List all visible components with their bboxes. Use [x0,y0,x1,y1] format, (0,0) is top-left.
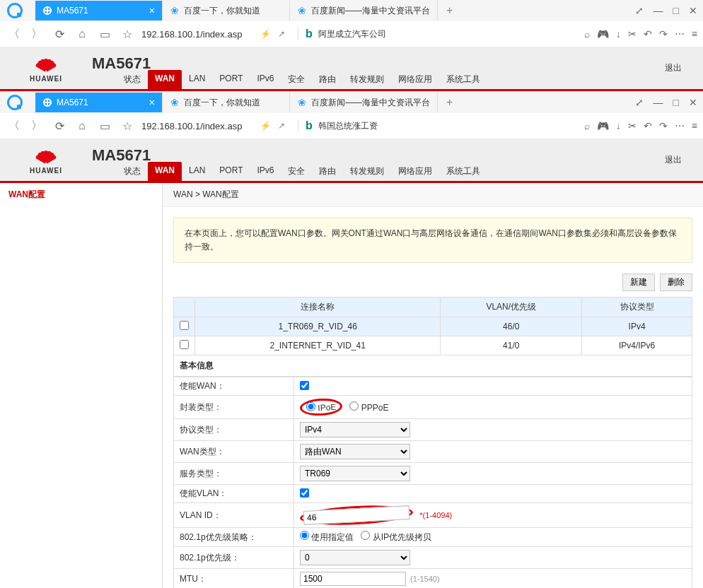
pin-icon[interactable]: ⤢ [635,5,644,16]
forward-button[interactable]: 〉 [28,117,45,134]
minimize-icon[interactable]: — [653,5,663,16]
logout-link[interactable]: 退出 [665,62,682,74]
tab[interactable]: ❀ 百度新闻——海量中文资讯平台 [290,93,438,112]
browser-window-2: MA5671 × ❀ 百度一下，你就知道 ❀ 百度新闻——海量中文资讯平台 + … [0,92,703,588]
url-input[interactable]: 192.168.100.1/index.asp [141,29,255,40]
new-button[interactable]: 新建 [622,274,655,291]
home-button[interactable]: ⌂ [74,25,91,42]
back-button[interactable]: 〈 [6,117,23,134]
forward-button[interactable]: 〉 [28,25,45,42]
enable-wan-checkbox[interactable] [300,381,309,390]
mtu-input[interactable] [300,572,406,586]
delete-button[interactable]: 删除 [660,274,692,291]
priority-select[interactable]: 0 [300,550,410,565]
share-icon[interactable]: ↗ [278,29,285,39]
proto-select[interactable]: IPv4 [300,422,410,437]
back-button[interactable]: 〈 [6,25,23,42]
download-icon[interactable]: ↓ [616,28,621,40]
close-icon[interactable]: × [149,97,155,108]
nav-lan[interactable]: LAN [182,162,212,181]
connection-table: 连接名称 VLAN/优先级 协议类型 1_TR069_R_VID_46 46/0… [173,297,692,355]
flash-icon[interactable]: ⚡ [260,29,271,39]
flash-icon[interactable]: ⚡ [260,121,271,131]
nav-route[interactable]: 路由 [312,70,343,89]
enable-vlan-checkbox[interactable] [300,488,309,498]
close-icon[interactable]: × [149,5,155,16]
row-checkbox[interactable] [180,321,189,330]
redo-icon[interactable]: ↷ [659,28,668,40]
readmode-icon[interactable]: ▭ [96,117,113,134]
url-input[interactable]: 192.168.100.1/index.asp [141,121,255,131]
refresh-button[interactable]: ⟳ [51,25,68,42]
close-icon[interactable]: ✕ [689,97,697,108]
search-box[interactable]: b 韩国总统涨工资 [298,119,579,132]
more-icon[interactable]: ⋯ [675,28,685,40]
pin-icon[interactable]: ⤢ [635,97,644,108]
nav-ipv6[interactable]: IPv6 [250,70,281,89]
nav-status[interactable]: 状态 [117,162,148,181]
readmode-icon[interactable]: ▭ [96,25,113,42]
nav-ipv6[interactable]: IPv6 [250,162,281,181]
sidebar-item-wan-config[interactable]: WAN配置 [0,183,162,206]
minimize-icon[interactable]: — [653,97,663,108]
nav-app[interactable]: 网络应用 [391,70,439,89]
scissors-icon[interactable]: ✂ [628,120,637,131]
menu-icon[interactable]: ≡ [692,28,697,40]
maximize-icon[interactable]: □ [673,97,679,108]
search-icon[interactable]: ⌕ [584,28,590,40]
nav-forward[interactable]: 转发规则 [343,162,391,181]
new-tab-button[interactable]: + [438,4,461,17]
nav-wan[interactable]: WAN [148,162,182,181]
nav-security[interactable]: 安全 [281,70,312,89]
tab-active[interactable]: MA5671 × [35,1,163,20]
policy-specified-radio[interactable] [300,531,309,540]
nav-port[interactable]: PORT [212,70,250,89]
game-icon[interactable]: 🎮 [597,120,609,131]
home-button[interactable]: ⌂ [74,117,91,134]
nav-app[interactable]: 网络应用 [391,162,439,181]
policy-copy-radio[interactable] [361,531,370,540]
nav-port[interactable]: PORT [212,162,250,181]
close-icon[interactable]: ✕ [689,5,697,16]
download-icon[interactable]: ↓ [616,120,621,131]
nav-lan[interactable]: LAN [182,70,212,89]
row-checkbox[interactable] [180,340,189,349]
vlan-id-input[interactable] [303,505,410,525]
nav-security[interactable]: 安全 [281,162,312,181]
nav-forward[interactable]: 转发规则 [343,70,391,89]
nav-tools[interactable]: 系统工具 [439,162,487,181]
encap-pppoe-radio[interactable] [349,401,359,411]
tab[interactable]: ❀ 百度一下，你就知道 [163,93,290,112]
star-icon[interactable]: ☆ [119,25,136,42]
nav-route[interactable]: 路由 [312,162,343,181]
label-vlan-id: VLAN ID： [174,503,294,528]
search-icon[interactable]: ⌕ [584,120,590,131]
maximize-icon[interactable]: □ [673,5,679,16]
share-icon[interactable]: ↗ [278,121,285,131]
tab[interactable]: ❀ 百度一下，你就知道 [163,1,290,20]
more-icon[interactable]: ⋯ [675,120,685,131]
tab[interactable]: ❀ 百度新闻——海量中文资讯平台 [290,1,438,20]
refresh-button[interactable]: ⟳ [51,117,68,134]
tab-active[interactable]: MA5671 × [35,93,163,112]
menu-icon[interactable]: ≡ [692,120,697,131]
nav-wan[interactable]: WAN [148,70,182,89]
game-icon[interactable]: 🎮 [597,28,609,40]
wan-type-select[interactable]: 路由WAN [300,444,410,459]
table-row[interactable]: 1_TR069_R_VID_46 46/0 IPv4 [174,317,692,336]
redo-icon[interactable]: ↷ [659,120,668,131]
service-select[interactable]: TR069 [300,466,410,481]
search-box[interactable]: b 阿里成立汽车公司 [298,28,579,40]
browser-logo [7,95,23,110]
encap-ipoe-radio[interactable] [306,402,316,412]
nav-status[interactable]: 状态 [117,70,148,89]
undo-icon[interactable]: ↶ [644,120,652,131]
label-service: 服务类型： [174,463,294,485]
nav-tools[interactable]: 系统工具 [439,70,487,89]
logout-link[interactable]: 退出 [665,154,682,166]
scissors-icon[interactable]: ✂ [628,28,637,40]
new-tab-button[interactable]: + [438,96,461,109]
table-row[interactable]: 2_INTERNET_R_VID_41 41/0 IPv4/IPv6 [174,336,692,355]
undo-icon[interactable]: ↶ [644,28,652,40]
star-icon[interactable]: ☆ [119,117,136,134]
